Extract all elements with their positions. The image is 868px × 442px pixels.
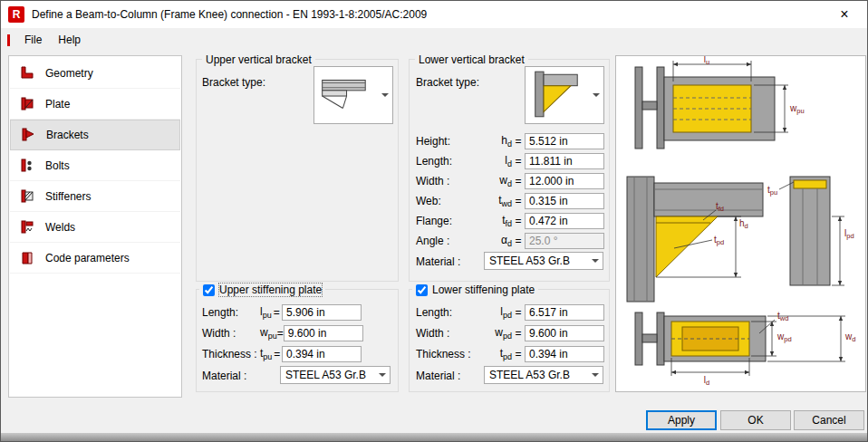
equals-sign: = [512,135,525,148]
row-upper-plate-width: Width : wpu = [202,324,362,342]
diagram-top-view [635,67,775,149]
equals-sign: = [512,175,525,187]
symbol-sub: pd [503,352,512,361]
dim-sub: d [852,335,855,343]
field-label: Height: [416,135,488,148]
upper-plate-material-label: Material : [202,369,246,383]
geometry-icon [19,65,35,82]
sidebar-item-bolts[interactable]: Bolts [10,150,180,181]
upper-bracket-type-image [314,67,377,123]
lower-bracket-material-select[interactable]: STEEL A53 Gr.B [484,252,603,270]
dialog-window: R Define a Beam-to-Column (Frame Knee) c… [0,0,868,442]
symbol-sub: pd [503,332,512,341]
window-bottom-edge [1,433,867,441]
field-symbol: twd [488,194,512,208]
sidebar-item-label: Welds [45,221,75,234]
upper-plate-checkbox[interactable] [203,284,215,296]
sidebar-item-welds[interactable]: Welds [10,212,180,243]
sidebar-item-brackets[interactable]: Brackets [10,120,180,150]
lower-plate-title-row: Lower stiffening plate [412,283,538,297]
chevron-down-icon [588,67,603,123]
lower-plate-checkbox[interactable] [416,284,428,296]
dim-label-lpd: lpd [844,228,854,240]
dim-sub: pu [770,188,777,197]
sidebar-item-label: Plate [45,98,70,110]
field-symbol: tfd [488,214,512,228]
width-input[interactable] [525,173,604,189]
field-label: Length: [416,155,488,168]
equals-sign: = [512,155,525,168]
menu-help[interactable]: Help [50,30,89,50]
dim-sub: d [706,379,709,387]
dim-label-wpu: wpu [789,103,805,115]
upper-bracket-type-select[interactable] [313,66,393,124]
height-input[interactable] [525,133,604,149]
sidebar-item-label: Code parameters [45,252,130,264]
dim-label-hd: hd [739,218,748,230]
cancel-button[interactable]: Cancel [794,410,864,430]
title-bar: R Define a Beam-to-Column (Frame Knee) c… [1,1,867,28]
upper-plate-width-input[interactable] [284,325,363,341]
menu-accent-bar [7,34,10,46]
field-label: Length: [202,306,260,319]
sidebar-item-label: Geometry [45,67,93,80]
sidebar-item-geometry[interactable]: Geometry [10,58,180,89]
close-button[interactable]: × [829,2,860,27]
sidebar-item-label: Brackets [46,129,89,141]
apply-button[interactable]: Apply [646,410,717,430]
upper-bracket-group-title: Upper vertical bracket [202,53,315,66]
welds-icon [19,219,35,235]
equals-sign: = [512,195,525,207]
dim-label-wd: wd [844,332,855,343]
row-lower-plate-length: Length: lpd = [416,303,604,322]
lower-bracket-type-select[interactable] [525,66,604,124]
lower-plate-length-input[interactable] [525,304,604,321]
upper-plate-title-row: Upper stiffening plate [199,283,325,297]
ok-button[interactable]: OK [720,410,791,430]
row-angle: Angle : αd = [416,232,604,250]
menu-file[interactable]: File [16,30,50,50]
lower-plate-material-select[interactable]: STEEL A53 Gr.B [484,366,603,384]
equals-sign: = [272,306,282,319]
chevron-down-icon [587,367,603,383]
diagram-bottom-view [635,312,766,365]
flange-input[interactable] [525,213,604,229]
lower-plate-thickness-input[interactable] [525,346,604,362]
lower-bracket-group-title: Lower vertical bracket [415,53,528,66]
symbol-sub: wd [501,199,512,208]
field-label: Flange: [416,215,488,227]
field-label: Thickness : [416,348,488,360]
sidebar-item-stiffeners[interactable]: Stiffeners [10,181,180,212]
row-upper-plate-thickness: Thickness : tpu = [202,345,362,363]
dim-sub: wd [779,314,789,322]
equals-sign: = [512,348,525,360]
lower-bracket-material-label: Material : [416,255,460,269]
equals-sign: = [512,306,525,319]
angle-input [525,233,604,249]
lower-bracket-type-label: Bracket type: [416,75,479,90]
field-symbol: tpu [260,347,272,361]
symbol-sub: pu [268,332,277,341]
stiffeners-icon [19,188,35,205]
diagram-panel: lu wpu [615,55,866,392]
lower-plate-width-input[interactable] [525,325,604,341]
sidebar-item-code-parameters[interactable]: Code parameters [10,243,180,274]
field-symbol: wpd [488,326,512,341]
dim-sub: u [706,58,709,66]
code-parameters-icon [19,250,35,266]
chevron-down-icon [587,253,603,269]
row-width: Width : wd = [416,172,604,190]
field-symbol: wpu [260,326,277,341]
connection-diagram: lu wpu [616,56,865,391]
web-input[interactable] [525,193,604,209]
upper-plate-material-select[interactable]: STEEL A53 Gr.B [280,366,391,384]
bolts-icon [19,158,35,174]
field-label: Web: [416,195,488,207]
upper-plate-thickness-input[interactable] [282,346,362,362]
field-symbol: lpu [260,305,272,320]
upper-plate-length-input[interactable] [282,304,362,321]
field-label: Thickness : [202,348,260,360]
sidebar-item-plate[interactable]: Plate [10,89,180,120]
length-input[interactable] [525,153,604,169]
row-web: Web: twd = [416,192,604,210]
